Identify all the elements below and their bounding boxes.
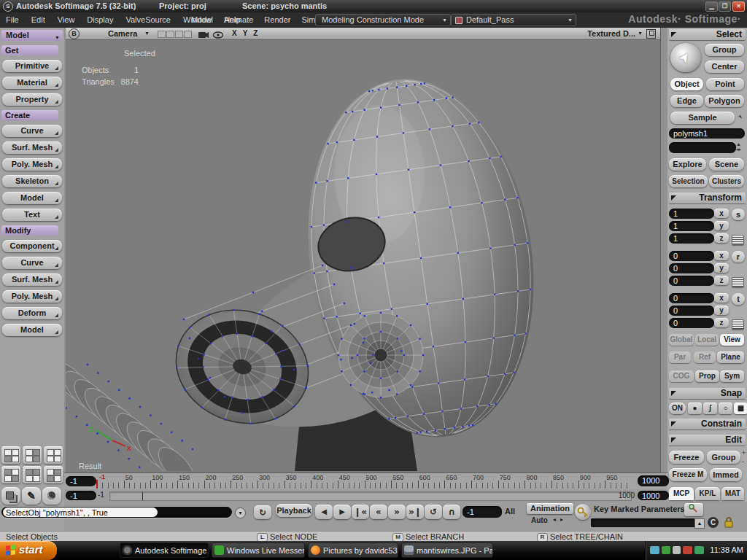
- snap-curve-button[interactable]: ʃ: [703, 402, 717, 414]
- edit-group-button[interactable]: Group: [707, 451, 740, 464]
- immed-button[interactable]: Immed: [710, 468, 742, 481]
- timeline-ruler[interactable]: -1 5010015020025030035040045050055060065…: [64, 472, 667, 489]
- key-marked-parameters-button[interactable]: Key Marked Parameters: [594, 505, 685, 513]
- playhead-marker[interactable]: [96, 480, 98, 489]
- ref-par-button[interactable]: Par: [669, 351, 691, 363]
- transform-t-mode-button[interactable]: t: [732, 293, 745, 305]
- left-modify-surf-mesh-button[interactable]: Surf. Mesh: [2, 273, 62, 286]
- transform-t-z-field[interactable]: 0: [669, 318, 714, 328]
- render-pass-dropdown[interactable]: Default_Pass: [451, 14, 576, 26]
- transform-s-mode-button[interactable]: s: [732, 209, 745, 220]
- transform-axis-x-button[interactable]: x: [714, 293, 729, 303]
- layout-preset-4-button[interactable]: [1, 466, 20, 483]
- constrain-panel-header[interactable]: Constrain: [669, 419, 746, 429]
- menu-view[interactable]: View: [58, 12, 75, 27]
- sample-flyout-icon[interactable]: ➣: [736, 112, 745, 121]
- toolbar-menu-model[interactable]: Model: [191, 12, 213, 27]
- restore-button[interactable]: ❐: [719, 1, 731, 12]
- range-slider-handle[interactable]: [142, 492, 143, 500]
- auto-key-label[interactable]: Auto: [531, 516, 548, 524]
- clusters-button[interactable]: Clusters: [709, 175, 744, 187]
- left-modify-component-button[interactable]: Component: [2, 240, 62, 252]
- task-pictures-by-davidc53[interactable]: Pictures by davidc53...: [308, 542, 398, 558]
- viewport-axis-buttons[interactable]: XYZ: [232, 28, 263, 39]
- range-start-field[interactable]: -1: [66, 491, 96, 500]
- left-get-primitive-button[interactable]: Primitive: [2, 60, 62, 72]
- transform-t-y-field[interactable]: 0: [669, 306, 714, 316]
- menu-edit[interactable]: Edit: [31, 12, 45, 27]
- close-button[interactable]: ✕: [732, 1, 745, 12]
- go-to-start-button[interactable]: ❙«: [352, 505, 369, 519]
- ref-view-button[interactable]: View: [720, 334, 744, 346]
- ref-prop-button[interactable]: Prop: [695, 370, 719, 382]
- all-button[interactable]: All: [505, 507, 515, 516]
- pen-tool-button[interactable]: ✎: [22, 487, 41, 505]
- ref-sym-button[interactable]: Sym: [720, 370, 744, 382]
- transform-r-y-field[interactable]: 0: [669, 263, 714, 273]
- timeline-start-field[interactable]: -1: [66, 476, 96, 486]
- auto-prev-button[interactable]: ◂: [553, 516, 556, 523]
- left-get-property-button[interactable]: Property: [2, 93, 62, 106]
- objects-stack-button[interactable]: [1, 487, 20, 505]
- go-to-end-button[interactable]: »❙: [406, 505, 424, 519]
- task-autodesk-softimage[interactable]: Autodesk Softimage ...: [120, 542, 209, 558]
- layout-preset-2-button[interactable]: [23, 446, 42, 464]
- left-create-poly-mesh-button[interactable]: Poly. Mesh: [2, 158, 62, 171]
- transform-r-list-icon[interactable]: [732, 277, 744, 287]
- left-modify-poly-mesh-button[interactable]: Poly. Mesh: [2, 290, 62, 303]
- key-button[interactable]: [575, 504, 591, 520]
- transform-axis-y-button[interactable]: y: [714, 263, 729, 273]
- left-create-surf-mesh-button[interactable]: Surf. Mesh: [2, 141, 62, 154]
- marked-parameter-field[interactable]: [591, 518, 696, 527]
- select-panel-header[interactable]: Select: [669, 29, 746, 40]
- transform-s-x-field[interactable]: 1: [669, 209, 714, 219]
- transform-t-x-field[interactable]: 0: [669, 293, 714, 303]
- left-create-skeleton-button[interactable]: Skeleton: [2, 175, 62, 187]
- network-tray-icon[interactable]: [650, 546, 659, 554]
- left-create-curve-button[interactable]: Curve: [2, 125, 62, 137]
- script-command-input[interactable]: [3, 508, 158, 517]
- edit-panel-header[interactable]: Edit: [669, 435, 746, 446]
- select-center-button[interactable]: Center: [705, 61, 744, 73]
- filter-object-button[interactable]: Object: [670, 78, 703, 90]
- play-backward-button[interactable]: «: [370, 505, 387, 519]
- timeline-end-field[interactable]: 1000: [638, 475, 669, 486]
- auto-next-button[interactable]: ▸: [560, 516, 563, 523]
- filter-edge-button[interactable]: Edge: [670, 95, 703, 107]
- left-get-material-button[interactable]: Material: [2, 77, 62, 89]
- transform-r-z-field[interactable]: 0: [669, 276, 714, 286]
- task-mantiswires-jpg-paint[interactable]: mantiswires.JPG - Paint: [401, 542, 493, 558]
- snap-grid-button[interactable]: ▦: [734, 402, 747, 414]
- toolbar-menu-animate[interactable]: Animate: [224, 12, 253, 27]
- antivirus-tray-icon[interactable]: [683, 546, 692, 554]
- freeze-button[interactable]: Freeze: [669, 451, 704, 464]
- left-create-text-button[interactable]: Text: [2, 209, 62, 221]
- selection-extra-field[interactable]: [669, 142, 736, 153]
- toolbar-menu-render[interactable]: Render: [264, 12, 290, 27]
- viewport-memo-2[interactable]: [166, 31, 174, 38]
- viewport-axis-z[interactable]: Z: [253, 29, 263, 37]
- select-group-button[interactable]: Group: [705, 44, 744, 56]
- transform-r-mode-button[interactable]: r: [732, 251, 745, 262]
- selection-spinner[interactable]: ▲◂▸: [736, 141, 741, 152]
- transform-axis-x-button[interactable]: x: [714, 251, 729, 260]
- viewport-axis-y[interactable]: Y: [243, 29, 254, 37]
- frame-step-back-button[interactable]: ◀: [315, 505, 333, 519]
- parameter-up-button[interactable]: ▲: [694, 518, 705, 529]
- volume-tray-icon[interactable]: [694, 546, 704, 554]
- selection-name-field[interactable]: polymsh1: [669, 128, 745, 139]
- layout-preset-6-button[interactable]: [44, 466, 63, 483]
- transform-axis-y-button[interactable]: y: [714, 221, 729, 230]
- range-slider-track[interactable]: [109, 491, 632, 501]
- animation-menu-button[interactable]: Animation: [527, 503, 573, 514]
- transform-s-z-field[interactable]: 1: [669, 233, 714, 244]
- viewport-3d-canvas[interactable]: [66, 39, 660, 471]
- left-modify-model-button[interactable]: Model: [2, 324, 62, 336]
- character-key-icon[interactable]: C: [708, 517, 719, 528]
- edit-minus-button[interactable]: -: [742, 458, 744, 465]
- loop-toggle-button[interactable]: ↺: [425, 505, 442, 519]
- playback-menu-button[interactable]: Playback: [276, 504, 312, 517]
- tab-kp-l[interactable]: KP/L: [695, 487, 720, 500]
- transform-axis-z-button[interactable]: z: [714, 276, 729, 285]
- tab-mat[interactable]: MAT: [721, 487, 744, 500]
